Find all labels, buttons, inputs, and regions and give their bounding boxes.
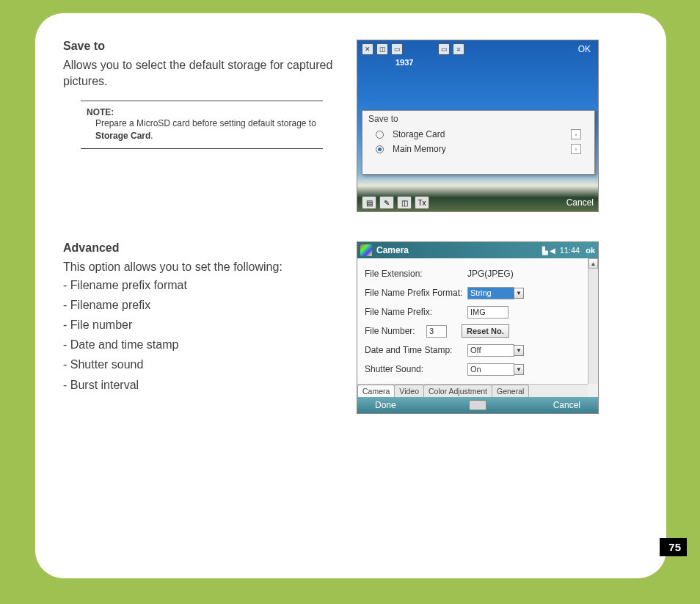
storage-icon[interactable]: ▭ xyxy=(438,43,450,55)
volume-icon: ◀ xyxy=(550,247,555,255)
window-titlebar: Camera ▙ ◀ 11:44 ok xyxy=(357,242,598,258)
status-icons: ▙ ◀ 11:44 ok xyxy=(542,246,595,255)
done-button[interactable]: Done xyxy=(375,400,396,410)
view-icon[interactable]: ◫ xyxy=(397,196,412,209)
list-item: - Filename prefix format xyxy=(63,275,335,295)
memory-icon: ▫ xyxy=(571,144,581,154)
chevron-down-icon[interactable]: ▼ xyxy=(514,364,524,375)
list-item: - Date and time stamp xyxy=(63,335,335,354)
row-shutter-sound: Shutter Sound: On ▼ xyxy=(365,360,580,379)
note-bold: Storage Card xyxy=(95,131,150,141)
note-text: Prepare a MicroSD card before setting de… xyxy=(95,117,323,142)
page-content: Save to Allows you to select the default… xyxy=(35,13,666,443)
tab-color-adjustment[interactable]: Color Adjustment xyxy=(423,385,492,397)
stamp-select[interactable]: Off xyxy=(467,344,514,357)
file-number-input[interactable]: 3 xyxy=(426,325,447,338)
value: JPG(JPEG) xyxy=(467,269,514,279)
settings-panel: File Extension: JPG(JPEG) File Name Pref… xyxy=(357,258,588,384)
signal-icon: ▙ xyxy=(542,247,548,255)
section-advanced: Advanced This option allows you to set t… xyxy=(63,241,638,414)
camera-topbar: ✕ ◫ ▭ ▭ ≡ OK xyxy=(357,40,598,58)
card-icon: ▫ xyxy=(571,129,581,139)
saveto-heading: Save to xyxy=(63,40,335,53)
note-post: . xyxy=(150,131,153,141)
manual-page: Save to Allows you to select the default… xyxy=(35,13,666,578)
section-saveto: Save to Allows you to select the default… xyxy=(63,40,638,212)
note-box: NOTE: Prepare a MicroSD card before sett… xyxy=(81,101,323,149)
start-icon[interactable] xyxy=(360,244,372,256)
label: File Name Prefix: xyxy=(365,307,467,317)
photo-counter: 1937 xyxy=(395,58,413,67)
frame-icon[interactable]: ▭ xyxy=(391,43,403,55)
option-label: Main Memory xyxy=(393,144,571,154)
row-date-stamp: Date and Time Stamp: Off ▼ xyxy=(365,341,580,360)
advanced-text: Advanced This option allows you to set t… xyxy=(63,241,335,414)
camera-saveto-screenshot: ✕ ◫ ▭ ▭ ≡ OK 1937 Save to Storage Card xyxy=(357,40,599,212)
row-file-extension: File Extension: JPG(JPEG) xyxy=(365,264,580,283)
list-item: - Filename prefix xyxy=(63,295,335,315)
shutter-select[interactable]: On xyxy=(467,363,514,376)
prefix-input[interactable]: IMG xyxy=(467,306,508,319)
gallery-icon[interactable]: ▤ xyxy=(362,196,376,209)
ok-button[interactable]: ok xyxy=(586,246,595,255)
label: File Name Prefix Format: xyxy=(365,288,467,298)
battery-icon[interactable]: ≡ xyxy=(453,43,464,55)
radio-icon[interactable] xyxy=(376,131,384,139)
input-value: 3 xyxy=(429,327,434,335)
reset-number-button[interactable]: Reset No. xyxy=(462,324,509,338)
chevron-down-icon[interactable]: ▼ xyxy=(514,345,524,356)
row-prefix: File Name Prefix: IMG xyxy=(365,302,580,321)
window-title: Camera xyxy=(376,245,542,255)
tab-camera[interactable]: Camera xyxy=(357,385,395,397)
mode-icon[interactable]: ◫ xyxy=(376,43,388,55)
label: Shutter Sound: xyxy=(365,364,467,374)
option-main-memory[interactable]: Main Memory ▫ xyxy=(362,142,594,156)
text-icon[interactable]: Tx xyxy=(415,196,429,209)
advanced-screenshot-col: Camera ▙ ◀ 11:44 ok File Extension: JPG(… xyxy=(357,241,638,414)
select-value: On xyxy=(470,365,481,374)
edit-icon[interactable]: ✎ xyxy=(379,196,394,209)
cancel-button[interactable]: Cancel xyxy=(566,197,594,208)
advanced-heading: Advanced xyxy=(63,241,335,255)
saveto-body: Allows you to select the default storage… xyxy=(63,57,335,89)
input-value: IMG xyxy=(470,308,486,316)
scrollbar[interactable]: ▲ xyxy=(588,258,598,384)
select-value: String xyxy=(470,288,492,297)
page-number: 75 xyxy=(660,538,687,556)
label: File Number: xyxy=(365,326,426,336)
option-label: Storage Card xyxy=(393,129,571,139)
list-item: - File number xyxy=(63,315,335,335)
popup-title: Save to xyxy=(362,111,594,127)
label: File Extension: xyxy=(365,269,467,279)
note-label: NOTE: xyxy=(87,107,323,117)
saveto-popup: Save to Storage Card ▫ Main Memory ▫ xyxy=(362,110,595,175)
clock: 11:44 xyxy=(560,246,580,255)
camera-advanced-screenshot: Camera ▙ ◀ 11:44 ok File Extension: JPG(… xyxy=(357,241,599,414)
tab-general[interactable]: General xyxy=(492,385,529,397)
row-file-number: File Number: 3 Reset No. xyxy=(365,321,580,341)
list-item: - Burst interval xyxy=(63,375,335,395)
tab-video[interactable]: Video xyxy=(394,385,424,397)
radio-icon[interactable] xyxy=(376,145,384,153)
ok-button[interactable]: OK xyxy=(575,44,594,54)
note-pre: Prepare a MicroSD card before setting de… xyxy=(95,118,316,128)
camera-bottombar: ▤ ✎ ◫ Tx Cancel xyxy=(357,194,598,211)
option-storage-card[interactable]: Storage Card ▫ xyxy=(362,127,594,142)
window-bottombar: Done Cancel xyxy=(357,397,598,413)
saveto-screenshot-col: ✕ ◫ ▭ ▭ ≡ OK 1937 Save to Storage Card xyxy=(357,40,638,212)
scroll-up-icon[interactable]: ▲ xyxy=(588,258,598,269)
advanced-body: This option allows you to set the follow… xyxy=(63,259,335,275)
cancel-button[interactable]: Cancel xyxy=(553,400,580,410)
chevron-down-icon[interactable]: ▼ xyxy=(514,288,524,299)
row-prefix-format: File Name Prefix Format: String ▼ xyxy=(365,283,580,302)
tab-strip: Camera Video Color Adjustment General xyxy=(357,384,588,397)
list-item: - Shutter sound xyxy=(63,354,335,374)
select-value: Off xyxy=(470,346,481,354)
close-icon[interactable]: ✕ xyxy=(362,43,373,55)
label: Date and Time Stamp: xyxy=(365,345,467,355)
saveto-text: Save to Allows you to select the default… xyxy=(63,40,335,212)
prefix-format-select[interactable]: String xyxy=(467,287,514,299)
keyboard-icon[interactable] xyxy=(469,400,486,410)
